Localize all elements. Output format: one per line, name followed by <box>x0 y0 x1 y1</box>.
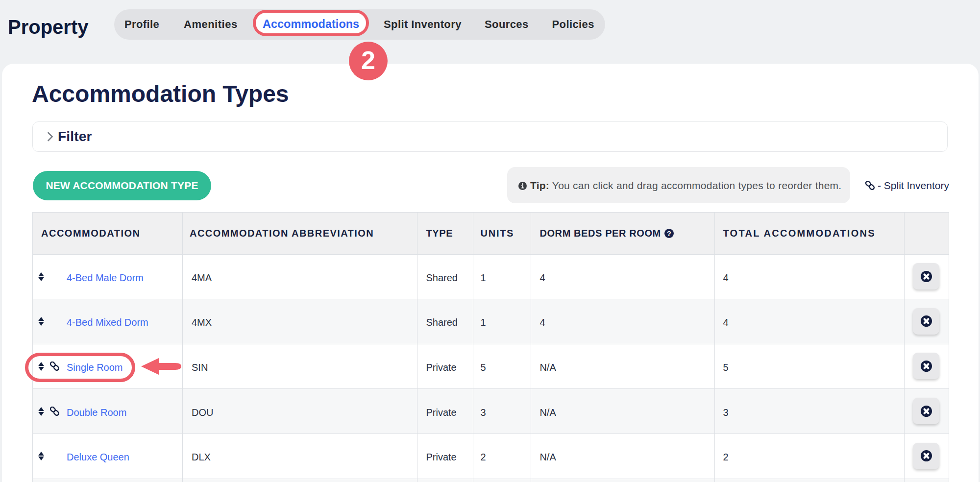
svg-text:?: ? <box>667 229 671 237</box>
